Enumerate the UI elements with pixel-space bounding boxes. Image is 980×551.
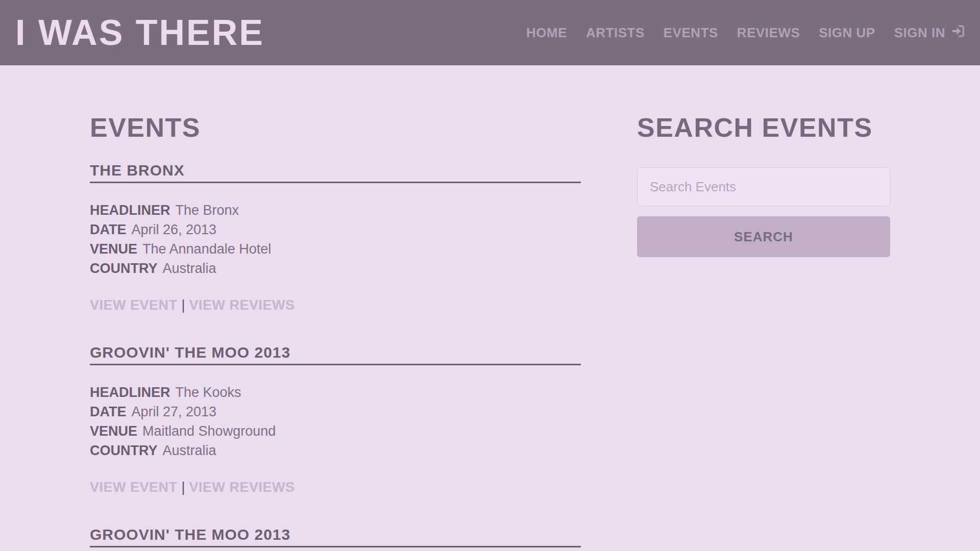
country-row: COUNTRYAustralia [90,441,581,460]
event-title: GROOVIN' THE MOO 2013 [90,343,581,362]
events-list: EVENTS THE BRONX HEADLINERThe Bronx DATE… [90,112,581,551]
headliner-row: HEADLINERThe Kooks [90,383,581,402]
nav-item-reviews[interactable]: REVIEWS [737,25,800,41]
date-value: April 26, 2013 [132,222,217,237]
divider [90,546,581,547]
headliner-value: The Kooks [176,385,241,400]
page-title: EVENTS [90,112,581,143]
event-details: HEADLINERThe Kooks DATEApril 27, 2013 VE… [90,383,581,460]
view-event-link[interactable]: VIEW EVENT [90,297,178,313]
event-links: VIEW EVENT|VIEW REVIEWS [90,295,581,315]
event-details: HEADLINERThe Bronx DATEApril 26, 2013 VE… [90,201,581,278]
date-label: DATE [90,222,127,237]
view-reviews-link[interactable]: VIEW REVIEWS [189,297,295,313]
event-title: GROOVIN' THE MOO 2013 [90,525,581,544]
date-row: DATEApril 27, 2013 [90,402,581,421]
sidebar-title: SEARCH EVENTS [637,112,890,143]
event-card: THE BRONX HEADLINERThe Bronx DATEApril 2… [90,161,581,315]
date-row: DATEApril 26, 2013 [90,220,581,239]
search-input[interactable] [637,167,890,206]
country-value: Australia [163,443,216,458]
search-sidebar: SEARCH EVENTS SEARCH [637,112,890,551]
venue-value: The Annandale Hotel [142,241,271,257]
event-title: THE BRONX [90,161,581,180]
nav-item-home[interactable]: HOME [526,25,567,41]
headliner-value: The Bronx [176,203,239,218]
event-card: GROOVIN' THE MOO 2013 [90,525,581,547]
site-logo[interactable]: I WAS THERE [15,15,264,51]
nav-item-artists[interactable]: ARTISTS [586,25,645,41]
header: I WAS THERE HOME ARTISTS EVENTS REVIEWS … [0,0,980,65]
divider [90,182,581,183]
venue-value: Maitland Showground [142,423,276,439]
nav-item-signin[interactable]: SIGN IN [894,23,966,42]
nav-item-signup[interactable]: SIGN UP [819,25,875,41]
venue-label: VENUE [90,241,137,257]
link-separator: | [178,480,189,495]
view-event-link[interactable]: VIEW EVENT [90,480,178,495]
view-reviews-link[interactable]: VIEW REVIEWS [189,480,295,495]
nav-item-signin-label: SIGN IN [894,25,945,41]
country-label: COUNTRY [90,443,158,458]
search-button[interactable]: SEARCH [637,216,890,257]
nav-item-events[interactable]: EVENTS [664,25,718,41]
headliner-label: HEADLINER [90,385,170,400]
content: EVENTS THE BRONX HEADLINERThe Bronx DATE… [90,65,890,551]
country-value: Australia [163,261,216,276]
sign-in-icon [950,23,966,42]
date-value: April 27, 2013 [132,404,217,419]
headliner-row: HEADLINERThe Bronx [90,201,581,220]
main-nav: HOME ARTISTS EVENTS REVIEWS SIGN UP SIGN… [526,23,966,42]
headliner-label: HEADLINER [90,203,170,218]
event-links: VIEW EVENT|VIEW REVIEWS [90,478,581,497]
country-label: COUNTRY [90,261,158,276]
link-separator: | [178,297,189,313]
venue-row: VENUEThe Annandale Hotel [90,239,581,259]
venue-label: VENUE [90,423,137,439]
venue-row: VENUEMaitland Showground [90,421,581,441]
event-card: GROOVIN' THE MOO 2013 HEADLINERThe Kooks… [90,343,581,497]
date-label: DATE [90,404,127,419]
divider [90,364,581,365]
country-row: COUNTRYAustralia [90,259,581,278]
